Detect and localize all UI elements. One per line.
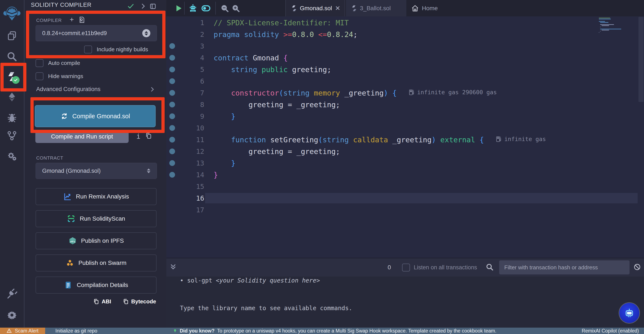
tab-3-ballot-sol[interactable]: 3_Ballot.sol <box>346 0 406 16</box>
terminal-expand-icon[interactable] <box>169 263 177 272</box>
sidebar-item-settings[interactable] <box>6 309 18 321</box>
publish-on-ipfs-button[interactable]: IPFSPublish on IPFS <box>36 232 156 249</box>
compilation-details-button[interactable]: Compilation Details <box>36 277 156 294</box>
include-nightly-checkbox[interactable] <box>84 45 92 53</box>
terminal-line-hint: <your Solidity question here> <box>216 277 320 284</box>
hide-warnings-checkbox[interactable] <box>36 72 44 80</box>
editor-scrollbar[interactable] <box>638 17 644 102</box>
compile-and-run-button[interactable]: Compile and Run script <box>35 130 129 143</box>
line-number: 15 <box>166 183 204 191</box>
scam-alert-button[interactable]: Scam Alert <box>0 328 45 334</box>
copy-bytecode-button[interactable]: Bytecode <box>123 298 156 305</box>
sidebar-item-file-explorer[interactable] <box>6 30 18 42</box>
remix-logo[interactable] <box>3 5 21 20</box>
code-line-13[interactable]: 13 } <box>166 157 644 169</box>
code-text: string public greeting; <box>214 65 331 74</box>
code-line-4[interactable]: 4contract Gmonad { <box>166 52 644 64</box>
info-icon[interactable]: i <box>135 132 142 140</box>
code-text: } <box>214 112 235 121</box>
editor-tab-bar: Home Gmonad.sol ✕ 3_Ballot.sol <box>166 0 644 16</box>
code-text: constructor(string memory _greeting) {in… <box>214 89 497 97</box>
run-script-play-icon[interactable] <box>174 4 182 12</box>
copy-icon[interactable] <box>145 132 152 140</box>
code-text: } <box>214 171 218 179</box>
code-text: greeting = _greeting; <box>214 100 340 109</box>
sidebar-item-deploy-and-run[interactable] <box>6 91 18 103</box>
search-icon[interactable] <box>486 263 494 272</box>
line-number: 13 <box>166 159 204 167</box>
ipfs-icon: IPFS <box>68 237 77 245</box>
line-number: 12 <box>166 147 204 156</box>
copilot-robot-icon <box>624 308 635 319</box>
code-line-16[interactable]: 16 <box>166 192 644 204</box>
ai-robot-icon[interactable] <box>188 4 198 13</box>
minimap[interactable] <box>599 18 637 45</box>
code-line-7[interactable]: 7 constructor(string memory _greeting) {… <box>166 87 644 99</box>
copy-abi-button[interactable]: ABI <box>93 298 111 305</box>
minimap-line <box>600 22 608 23</box>
minimap-line <box>602 25 609 26</box>
panel-forward-chevron-icon[interactable] <box>140 2 147 10</box>
code-editor[interactable]: 1// SPDX-License-Identifier: MIT2pragma … <box>166 16 644 258</box>
code-line-11[interactable]: 11 function setGreeting(string calldata … <box>166 134 644 145</box>
advanced-configurations-toggle[interactable]: Advanced Configurations <box>36 86 156 92</box>
chevron-right-icon <box>149 86 156 92</box>
minimap-line <box>602 30 609 30</box>
svg-text:IPFS: IPFS <box>70 241 75 243</box>
sidebar-item-git[interactable] <box>6 130 18 141</box>
code-line-15[interactable]: 15 <box>166 181 644 192</box>
copilot-status[interactable]: RemixAI Copilot (enabled) <box>582 328 639 334</box>
code-line-3[interactable]: 3 <box>166 40 644 52</box>
auto-compile-checkbox[interactable] <box>36 59 44 67</box>
copilot-toggle-icon[interactable] <box>200 3 212 13</box>
action-button-label: Publish on IPFS <box>81 237 124 244</box>
code-line-17[interactable]: 17 <box>166 204 644 216</box>
copilot-avatar[interactable] <box>619 303 639 323</box>
init-git-repo-button[interactable]: Initialize as git repo <box>55 328 97 334</box>
sidebar-item-plugin-manager[interactable] <box>6 288 18 300</box>
sidebar-item-solidity-compiler[interactable] <box>6 71 18 82</box>
code-text: } <box>214 159 235 167</box>
run-remix-analysis-button[interactable]: Run Remix Analysis <box>36 188 156 205</box>
sidebar-item-plugin-runner[interactable] <box>6 150 18 162</box>
add-compiler-icon[interactable]: + <box>68 16 76 23</box>
code-line-5[interactable]: 5 string public greeting; <box>166 64 644 75</box>
code-line-9[interactable]: 9 } <box>166 110 644 122</box>
compiler-license-icon[interactable] <box>78 16 86 23</box>
tab-gmonad-sol[interactable]: Gmonad.sol ✕ <box>285 0 345 16</box>
tab-home[interactable]: Home <box>411 0 438 16</box>
minimap-line <box>600 29 621 29</box>
listen-all-transactions-checkbox[interactable] <box>402 264 410 272</box>
code-line-1[interactable]: 1// SPDX-License-Identifier: MIT <box>166 17 644 28</box>
close-tab-icon[interactable]: ✕ <box>335 5 340 11</box>
line-number: 5 <box>166 65 204 74</box>
transaction-filter-input[interactable] <box>499 260 630 275</box>
abi-bytecode-row: ABI Bytecode <box>93 298 156 305</box>
sidebar-item-search[interactable] <box>6 51 18 62</box>
code-line-2[interactable]: 2pragma solidity >=0.8.0 <=0.8.24; <box>166 28 644 40</box>
scam-alert-label: Scam Alert <box>15 328 38 334</box>
sidebar-item-debugger[interactable] <box>6 112 18 124</box>
contract-select[interactable]: Gmonad (Gmonad.sol) <box>36 163 157 179</box>
zoom-in-icon[interactable] <box>232 4 240 12</box>
code-line-6[interactable]: 6 <box>166 75 644 87</box>
clear-console-icon[interactable] <box>633 263 641 272</box>
run-solidityscan-button[interactable]: Run SolidityScan <box>36 210 156 227</box>
code-line-10[interactable]: 10 <box>166 122 644 134</box>
toolbar-separator <box>184 2 185 15</box>
code-line-14[interactable]: 14} <box>166 169 644 181</box>
code-line-8[interactable]: 8 greeting = _greeting; <box>166 99 644 110</box>
zoom-out-icon[interactable] <box>220 4 229 12</box>
line-number: 16 <box>166 194 204 202</box>
auto-compile-row: Auto compile <box>36 59 80 67</box>
pin-panel-icon[interactable] <box>149 2 156 10</box>
compiler-version-select[interactable]: 0.8.24+commit.e11b9ed9 <box>36 25 157 41</box>
code-text: function setGreeting(string calldata _gr… <box>214 135 546 144</box>
contract-select-value: Gmonad (Gmonad.sol) <box>42 168 101 174</box>
fuel-pump-icon <box>496 136 502 142</box>
code-line-12[interactable]: 12 greeting = _greeting; <box>166 145 644 157</box>
compile-button[interactable]: Compile Gmonad.sol <box>35 105 156 127</box>
terminal-output[interactable]: • sol-gpt <your Solidity question here> … <box>166 277 644 328</box>
publish-on-swarm-button[interactable]: Publish on Swarm <box>36 255 156 272</box>
scan-icon <box>67 214 76 223</box>
